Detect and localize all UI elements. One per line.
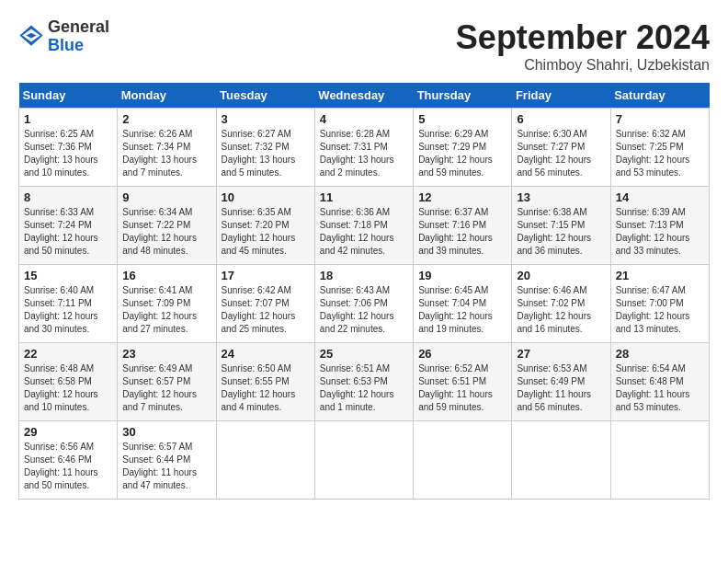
- day-info: Sunrise: 6:35 AM Sunset: 7:20 PM Dayligh…: [222, 206, 310, 258]
- day-number: 18: [320, 269, 408, 282]
- day-info: Sunrise: 6:37 AM Sunset: 7:16 PM Dayligh…: [418, 206, 506, 258]
- table-row: 1 Sunrise: 6:25 AM Sunset: 7:36 PM Dayli…: [19, 109, 118, 187]
- table-row: 5 Sunrise: 6:29 AM Sunset: 7:29 PM Dayli…: [414, 109, 512, 187]
- day-info: Sunrise: 6:28 AM Sunset: 7:31 PM Dayligh…: [320, 128, 408, 179]
- day-number: 27: [517, 347, 605, 361]
- col-tuesday: Tuesday: [216, 83, 314, 109]
- col-thursday: Thursday: [414, 83, 512, 109]
- day-number: 8: [24, 190, 112, 204]
- day-info: Sunrise: 6:41 AM Sunset: 7:09 PM Dayligh…: [122, 284, 210, 336]
- day-info: Sunrise: 6:36 AM Sunset: 7:18 PM Dayligh…: [320, 206, 408, 258]
- table-row: 29 Sunrise: 6:56 AM Sunset: 6:46 PM Dayl…: [19, 421, 118, 500]
- day-info: Sunrise: 6:27 AM Sunset: 7:32 PM Dayligh…: [222, 128, 310, 179]
- table-row: 25 Sunrise: 6:51 AM Sunset: 6:53 PM Dayl…: [314, 343, 413, 421]
- table-row: 15 Sunrise: 6:40 AM Sunset: 7:11 PM Dayl…: [19, 265, 118, 343]
- table-row: 9 Sunrise: 6:34 AM Sunset: 7:22 PM Dayli…: [118, 187, 216, 265]
- day-info: Sunrise: 6:47 AM Sunset: 7:00 PM Dayligh…: [616, 284, 704, 336]
- day-info: Sunrise: 6:43 AM Sunset: 7:06 PM Dayligh…: [320, 284, 408, 336]
- day-number: 17: [222, 269, 310, 282]
- day-number: 29: [24, 425, 112, 439]
- table-row: 24 Sunrise: 6:50 AM Sunset: 6:55 PM Dayl…: [216, 343, 314, 421]
- table-row: 26 Sunrise: 6:52 AM Sunset: 6:51 PM Dayl…: [414, 343, 512, 421]
- day-number: 3: [222, 112, 310, 126]
- table-row: 20 Sunrise: 6:46 AM Sunset: 7:02 PM Dayl…: [512, 265, 610, 343]
- logo-blue-text: Blue: [48, 36, 84, 54]
- day-info: Sunrise: 6:40 AM Sunset: 7:11 PM Dayligh…: [24, 284, 112, 336]
- table-row: 3 Sunrise: 6:27 AM Sunset: 7:32 PM Dayli…: [216, 109, 314, 187]
- table-row: 17 Sunrise: 6:42 AM Sunset: 7:07 PM Dayl…: [216, 265, 314, 343]
- location-title: Chimboy Shahri, Uzbekistan: [456, 57, 710, 74]
- day-info: Sunrise: 6:30 AM Sunset: 7:27 PM Dayligh…: [517, 128, 605, 179]
- title-section: September 2024 Chimboy Shahri, Uzbekista…: [456, 18, 710, 74]
- day-info: Sunrise: 6:50 AM Sunset: 6:55 PM Dayligh…: [222, 362, 310, 414]
- day-number: 23: [122, 347, 210, 361]
- day-info: Sunrise: 6:38 AM Sunset: 7:15 PM Dayligh…: [517, 206, 605, 258]
- table-row: 14 Sunrise: 6:39 AM Sunset: 7:13 PM Dayl…: [610, 187, 709, 265]
- day-info: Sunrise: 6:26 AM Sunset: 7:34 PM Dayligh…: [122, 128, 210, 179]
- day-info: Sunrise: 6:25 AM Sunset: 7:36 PM Dayligh…: [24, 128, 112, 179]
- table-row: 2 Sunrise: 6:26 AM Sunset: 7:34 PM Dayli…: [118, 109, 216, 187]
- day-info: Sunrise: 6:42 AM Sunset: 7:07 PM Dayligh…: [222, 284, 310, 336]
- day-number: 15: [24, 269, 112, 282]
- day-number: 1: [24, 112, 112, 126]
- day-info: Sunrise: 6:49 AM Sunset: 6:57 PM Dayligh…: [122, 362, 210, 414]
- page-header: General Blue September 2024 Chimboy Shah…: [18, 18, 710, 74]
- table-row: 16 Sunrise: 6:41 AM Sunset: 7:09 PM Dayl…: [118, 265, 216, 343]
- table-row: 22 Sunrise: 6:48 AM Sunset: 6:58 PM Dayl…: [19, 343, 118, 421]
- day-info: Sunrise: 6:48 AM Sunset: 6:58 PM Dayligh…: [24, 362, 112, 414]
- calendar-week-row: 22 Sunrise: 6:48 AM Sunset: 6:58 PM Dayl…: [19, 343, 710, 421]
- col-sunday: Sunday: [19, 83, 118, 109]
- day-number: 24: [222, 347, 310, 361]
- calendar-week-row: 29 Sunrise: 6:56 AM Sunset: 6:46 PM Dayl…: [19, 421, 710, 500]
- day-info: Sunrise: 6:39 AM Sunset: 7:13 PM Dayligh…: [616, 206, 704, 258]
- day-number: 10: [222, 190, 310, 204]
- day-number: 19: [418, 269, 506, 282]
- day-info: Sunrise: 6:33 AM Sunset: 7:24 PM Dayligh…: [24, 206, 112, 258]
- day-info: Sunrise: 6:29 AM Sunset: 7:29 PM Dayligh…: [418, 128, 506, 179]
- day-number: 5: [418, 112, 506, 126]
- day-number: 30: [122, 425, 210, 439]
- day-number: 14: [616, 190, 704, 204]
- table-row: 27 Sunrise: 6:53 AM Sunset: 6:49 PM Dayl…: [512, 343, 610, 421]
- day-number: 26: [418, 347, 506, 361]
- calendar-table: Sunday Monday Tuesday Wednesday Thursday…: [18, 83, 710, 500]
- table-row: 18 Sunrise: 6:43 AM Sunset: 7:06 PM Dayl…: [314, 265, 413, 343]
- day-number: 20: [517, 269, 605, 282]
- day-info: Sunrise: 6:53 AM Sunset: 6:49 PM Dayligh…: [517, 362, 605, 414]
- table-row: [216, 421, 314, 500]
- day-info: Sunrise: 6:54 AM Sunset: 6:48 PM Dayligh…: [616, 362, 704, 414]
- table-row: 8 Sunrise: 6:33 AM Sunset: 7:24 PM Dayli…: [19, 187, 118, 265]
- day-number: 13: [517, 190, 605, 204]
- day-info: Sunrise: 6:32 AM Sunset: 7:25 PM Dayligh…: [616, 128, 704, 179]
- day-number: 25: [320, 347, 408, 361]
- table-row: [314, 421, 413, 500]
- table-row: 13 Sunrise: 6:38 AM Sunset: 7:15 PM Dayl…: [512, 187, 610, 265]
- day-info: Sunrise: 6:51 AM Sunset: 6:53 PM Dayligh…: [320, 362, 408, 414]
- calendar-header-row: Sunday Monday Tuesday Wednesday Thursday…: [19, 83, 710, 109]
- table-row: 7 Sunrise: 6:32 AM Sunset: 7:25 PM Dayli…: [610, 109, 709, 187]
- col-wednesday: Wednesday: [314, 83, 413, 109]
- table-row: 28 Sunrise: 6:54 AM Sunset: 6:48 PM Dayl…: [610, 343, 709, 421]
- col-monday: Monday: [118, 83, 216, 109]
- day-number: 9: [122, 190, 210, 204]
- day-info: Sunrise: 6:52 AM Sunset: 6:51 PM Dayligh…: [418, 362, 506, 414]
- day-info: Sunrise: 6:45 AM Sunset: 7:04 PM Dayligh…: [418, 284, 506, 336]
- calendar-week-row: 15 Sunrise: 6:40 AM Sunset: 7:11 PM Dayl…: [19, 265, 710, 343]
- col-friday: Friday: [512, 83, 610, 109]
- table-row: 12 Sunrise: 6:37 AM Sunset: 7:16 PM Dayl…: [414, 187, 512, 265]
- day-number: 28: [616, 347, 704, 361]
- col-saturday: Saturday: [610, 83, 709, 109]
- month-title: September 2024: [456, 18, 710, 57]
- table-row: [610, 421, 709, 500]
- calendar-week-row: 1 Sunrise: 6:25 AM Sunset: 7:36 PM Dayli…: [19, 109, 710, 187]
- calendar-week-row: 8 Sunrise: 6:33 AM Sunset: 7:24 PM Dayli…: [19, 187, 710, 265]
- day-number: 22: [24, 347, 112, 361]
- day-number: 6: [517, 112, 605, 126]
- day-info: Sunrise: 6:46 AM Sunset: 7:02 PM Dayligh…: [517, 284, 605, 336]
- logo: General Blue: [18, 18, 109, 55]
- day-number: 7: [616, 112, 704, 126]
- day-info: Sunrise: 6:56 AM Sunset: 6:46 PM Dayligh…: [24, 441, 112, 492]
- table-row: 10 Sunrise: 6:35 AM Sunset: 7:20 PM Dayl…: [216, 187, 314, 265]
- table-row: [414, 421, 512, 500]
- day-number: 21: [616, 269, 704, 282]
